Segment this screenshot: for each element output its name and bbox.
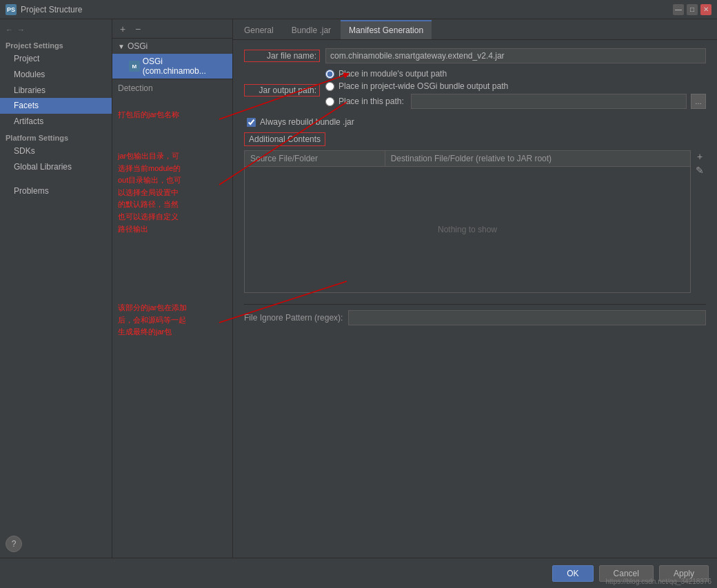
custom-path-input[interactable] xyxy=(411,94,687,109)
empty-table-message: Nothing to show xyxy=(250,170,685,290)
tree-item-osgi-root[interactable]: ▼ OSGi xyxy=(112,39,232,54)
window-controls: — □ ✕ xyxy=(673,4,711,15)
forward-arrow[interactable]: → xyxy=(17,26,25,34)
middle-panel: + − ▼ OSGi M OSGi (com.chinamob... Detec… xyxy=(112,19,233,558)
tabs-bar: General Bundle .jar Manifest Generation xyxy=(233,19,717,40)
annotation-jar-output: jar包输出目录，可选择当前module的out目录输出，也可以选择全局设置中的… xyxy=(118,150,181,235)
jar-file-name-input[interactable] xyxy=(325,48,706,63)
osgi-icon: M xyxy=(129,61,140,72)
sidebar-item-artifacts[interactable]: Artifacts xyxy=(0,114,112,130)
platform-settings-section: Platform Settings xyxy=(0,130,112,143)
file-ignore-label: File Ignore Pattern (regex): xyxy=(244,313,343,323)
rebuild-bundle-row: Always rebuild bundle .jar xyxy=(244,117,706,127)
col-source: Source File/Folder xyxy=(245,151,385,167)
ok-button[interactable]: OK xyxy=(552,565,593,582)
window-title: Project Structure xyxy=(21,5,673,14)
tree-expand-arrow: ▼ xyxy=(118,43,125,50)
radio-custom-path-label: Place in this path: xyxy=(339,97,404,106)
radio-global-output: Place in project-wide OSGi bundle output… xyxy=(325,81,706,91)
jar-file-name-row: Jar file name: xyxy=(244,48,706,63)
close-button[interactable]: ✕ xyxy=(700,4,711,15)
minimize-button[interactable]: — xyxy=(673,4,684,15)
additional-contents-section: Additional Contents Source File/Folder D… xyxy=(244,132,706,293)
back-arrow[interactable]: ← xyxy=(6,26,13,34)
sidebar-item-facets[interactable]: Facets xyxy=(0,98,112,114)
add-button[interactable]: + xyxy=(117,23,129,35)
radio-custom-path-input[interactable] xyxy=(325,97,334,106)
sidebar-item-problems[interactable]: Problems xyxy=(0,183,112,199)
sidebar-item-global-libraries[interactable]: Global Libraries xyxy=(0,159,112,175)
browse-button[interactable]: … xyxy=(691,94,706,109)
jar-file-name-label: Jar file name: xyxy=(244,50,320,62)
table-side-buttons: + ✎ xyxy=(694,150,706,293)
radio-module-output-input[interactable] xyxy=(325,70,334,79)
title-bar: PS Project Structure — □ ✕ xyxy=(0,0,717,19)
radio-global-output-label: Place in project-wide OSGi bundle output… xyxy=(339,81,508,91)
radio-custom-path: Place in this path: … xyxy=(325,94,706,109)
sidebar-item-libraries[interactable]: Libraries xyxy=(0,83,112,99)
rebuild-bundle-checkbox[interactable] xyxy=(247,118,256,127)
project-settings-section: Project Settings xyxy=(0,37,112,51)
radio-module-output-label: Place in module's output path xyxy=(339,69,447,79)
annotation-arrows xyxy=(112,19,232,558)
tab-bundle-jar[interactable]: Bundle .jar xyxy=(283,20,339,39)
radio-module-output: Place in module's output path xyxy=(325,69,706,79)
tab-manifest-generation[interactable]: Manifest Generation xyxy=(341,20,432,39)
right-panel: General Bundle .jar Manifest Generation … xyxy=(233,19,717,558)
jar-output-path-row: Jar output path: Place in module's outpu… xyxy=(244,69,706,112)
app-icon: PS xyxy=(6,4,17,15)
sidebar: ← → Project Settings Project Modules Lib… xyxy=(0,19,112,558)
jar-output-path-label: Jar output path: xyxy=(244,84,320,97)
radio-global-output-input[interactable] xyxy=(325,82,334,91)
contents-table: Source File/Folder Destination File/Fold… xyxy=(244,150,691,293)
detection-section: Detection xyxy=(112,79,232,97)
col-destination: Destination File/Folder (relative to JAR… xyxy=(385,151,690,167)
tree-osgi-label: OSGi xyxy=(128,41,148,51)
file-ignore-row: File Ignore Pattern (regex): xyxy=(244,304,706,331)
nav-arrows: ← → xyxy=(0,22,112,37)
tab-general[interactable]: General xyxy=(236,20,282,39)
form-content: Jar file name: Jar output path: Place in… xyxy=(233,40,717,558)
sidebar-item-modules[interactable]: Modules xyxy=(0,67,112,83)
maximize-button[interactable]: □ xyxy=(687,4,698,15)
sidebar-item-sdks[interactable]: SDKs xyxy=(0,143,112,159)
watermark: https://blog.csdn.net/qq_34218376 xyxy=(606,578,711,585)
annotation-jar-name: 打包后的jar包名称 xyxy=(118,109,179,121)
sidebar-item-project[interactable]: Project xyxy=(0,51,112,67)
file-ignore-input[interactable] xyxy=(348,310,706,325)
table-add-button[interactable]: + xyxy=(694,150,706,163)
contents-table-area: Source File/Folder Destination File/Fold… xyxy=(244,150,691,293)
additional-contents-label: Additional Contents xyxy=(244,132,325,146)
contents-table-container: Source File/Folder Destination File/Fold… xyxy=(244,150,706,293)
rebuild-bundle-label: Always rebuild bundle .jar xyxy=(260,117,354,127)
tree-item-osgi-sub[interactable]: M OSGi (com.chinamob... xyxy=(112,54,232,79)
middle-toolbar: + − xyxy=(112,19,232,39)
table-edit-button[interactable]: ✎ xyxy=(694,164,706,176)
help-button[interactable]: ? xyxy=(6,536,22,552)
remove-button[interactable]: − xyxy=(132,23,144,35)
annotation-additional: 该部分的jar包在添加后，会和源码等一起生成最终的jar包 xyxy=(118,302,187,338)
tree-osgi-sub-label: OSGi (com.chinamob... xyxy=(143,57,227,76)
